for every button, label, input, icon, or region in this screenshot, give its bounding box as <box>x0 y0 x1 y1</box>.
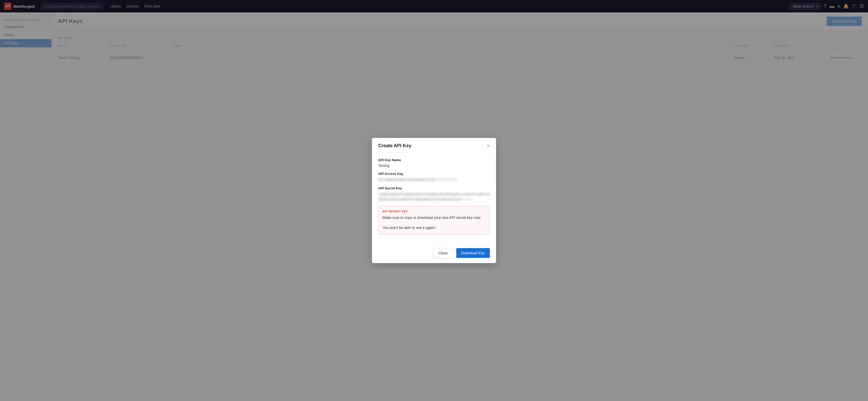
warning-line1: Make sure to copy or download your new A… <box>382 215 486 220</box>
key-name-value: Testing <box>378 163 490 167</box>
secret-key-value: 1a2b3c4d5e6f7a8b9c0d1e2f3a4b5c6d7e8f9a0b… <box>378 192 490 202</box>
download-key-button[interactable]: Download Key <box>456 248 490 258</box>
modal-overlay: Create API Key × API Key Name Testing AP… <box>0 0 868 401</box>
warning-label: API SECRET KEY <box>382 210 486 213</box>
create-api-key-modal: Create API Key × API Key Name Testing AP… <box>372 138 496 264</box>
access-key-label: API Access Key <box>378 172 490 176</box>
modal-title: Create API Key <box>378 143 411 149</box>
access-key-value: 6d1100de6df0612a9f9bd8ea7f1b••••••••••• <box>378 177 490 182</box>
warning-line2: You won't be able to see it again! <box>382 225 486 230</box>
secret-key-label: API Secret Key <box>378 186 490 190</box>
secret-key-warning: API SECRET KEY Make sure to copy or down… <box>378 206 490 235</box>
modal-header: Create API Key × <box>372 138 496 153</box>
modal-close-button[interactable]: × <box>487 143 490 148</box>
modal-body: API Key Name Testing API Access Key 6d11… <box>372 153 496 245</box>
modal-close-action-button[interactable]: Close <box>433 248 453 258</box>
modal-footer: Close Download Key <box>372 245 496 263</box>
key-name-label: API Key Name <box>378 158 490 162</box>
